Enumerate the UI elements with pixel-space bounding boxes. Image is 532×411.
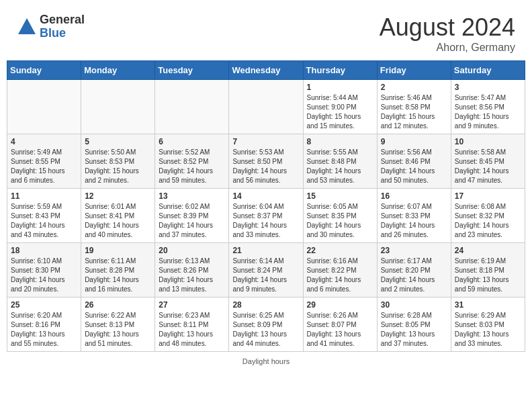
day-number: 17 <box>455 191 521 201</box>
day-info: Sunrise: 6:22 AM Sunset: 8:13 PM Dayligh… <box>85 311 151 349</box>
day-info: Sunrise: 6:29 AM Sunset: 8:03 PM Dayligh… <box>455 311 521 349</box>
calendar-day-cell: 30Sunrise: 6:28 AM Sunset: 8:05 PM Dayli… <box>377 298 451 352</box>
day-number: 15 <box>307 191 373 201</box>
calendar-week-row: 11Sunrise: 5:59 AM Sunset: 8:43 PM Dayli… <box>7 189 525 243</box>
logo-general: General <box>40 13 85 27</box>
day-info: Sunrise: 6:05 AM Sunset: 8:35 PM Dayligh… <box>307 202 373 240</box>
footer-note: Daylight hours <box>7 355 525 367</box>
day-info: Sunrise: 5:46 AM Sunset: 8:58 PM Dayligh… <box>381 93 447 131</box>
day-info: Sunrise: 5:59 AM Sunset: 8:43 PM Dayligh… <box>11 202 77 240</box>
day-number: 4 <box>11 137 77 146</box>
day-info: Sunrise: 5:56 AM Sunset: 8:46 PM Dayligh… <box>381 148 447 185</box>
day-info: Sunrise: 6:25 AM Sunset: 8:09 PM Dayligh… <box>232 311 299 349</box>
calendar-week-row: 4Sunrise: 5:49 AM Sunset: 8:55 PM Daylig… <box>7 134 525 189</box>
day-info: Sunrise: 6:11 AM Sunset: 8:28 PM Dayligh… <box>85 257 151 294</box>
day-number: 20 <box>159 246 225 255</box>
day-info: Sunrise: 6:20 AM Sunset: 8:16 PM Dayligh… <box>11 311 77 349</box>
day-info: Sunrise: 6:16 AM Sunset: 8:22 PM Dayligh… <box>307 257 373 294</box>
calendar-day-cell: 1Sunrise: 5:44 AM Sunset: 9:00 PM Daylig… <box>303 80 377 134</box>
day-number: 16 <box>381 191 447 201</box>
calendar-day-cell: 20Sunrise: 6:13 AM Sunset: 8:26 PM Dayli… <box>155 243 229 298</box>
day-info: Sunrise: 6:02 AM Sunset: 8:39 PM Dayligh… <box>159 202 225 240</box>
day-info: Sunrise: 6:23 AM Sunset: 8:11 PM Dayligh… <box>159 311 225 349</box>
calendar-day-header: Sunday <box>7 61 81 80</box>
day-info: Sunrise: 6:07 AM Sunset: 8:33 PM Dayligh… <box>381 202 447 240</box>
calendar-day-cell <box>81 80 155 134</box>
calendar-day-header: Friday <box>377 61 451 80</box>
calendar-day-cell: 25Sunrise: 6:20 AM Sunset: 8:16 PM Dayli… <box>7 298 81 352</box>
calendar-day-cell: 9Sunrise: 5:56 AM Sunset: 8:46 PM Daylig… <box>377 134 451 189</box>
day-number: 8 <box>307 137 373 146</box>
calendar-day-cell: 10Sunrise: 5:58 AM Sunset: 8:45 PM Dayli… <box>451 134 525 189</box>
calendar-day-header: Tuesday <box>155 61 229 80</box>
calendar-day-cell: 5Sunrise: 5:50 AM Sunset: 8:53 PM Daylig… <box>81 134 155 189</box>
day-number: 2 <box>381 83 447 92</box>
month-year-title: August 2024 <box>380 13 515 42</box>
calendar-header-row: SundayMondayTuesdayWednesdayThursdayFrid… <box>7 61 525 80</box>
calendar-day-cell: 21Sunrise: 6:14 AM Sunset: 8:24 PM Dayli… <box>229 243 303 298</box>
day-info: Sunrise: 5:53 AM Sunset: 8:50 PM Dayligh… <box>232 148 299 185</box>
day-number: 26 <box>85 300 151 310</box>
day-info: Sunrise: 6:10 AM Sunset: 8:30 PM Dayligh… <box>11 257 77 294</box>
day-info: Sunrise: 5:49 AM Sunset: 8:55 PM Dayligh… <box>11 148 77 185</box>
day-number: 28 <box>232 300 299 310</box>
calendar-day-cell: 6Sunrise: 5:52 AM Sunset: 8:52 PM Daylig… <box>155 134 229 189</box>
calendar-day-cell <box>7 80 81 134</box>
day-number: 12 <box>85 191 151 201</box>
day-number: 5 <box>85 137 151 146</box>
day-number: 19 <box>85 246 151 255</box>
calendar-day-cell: 22Sunrise: 6:16 AM Sunset: 8:22 PM Dayli… <box>303 243 377 298</box>
footer-note-text: Daylight hours <box>242 357 290 365</box>
day-number: 7 <box>232 137 299 146</box>
calendar-day-cell: 2Sunrise: 5:46 AM Sunset: 8:58 PM Daylig… <box>377 80 451 134</box>
day-info: Sunrise: 5:44 AM Sunset: 9:00 PM Dayligh… <box>307 93 373 131</box>
day-info: Sunrise: 6:19 AM Sunset: 8:18 PM Dayligh… <box>455 257 521 294</box>
day-info: Sunrise: 6:14 AM Sunset: 8:24 PM Dayligh… <box>232 257 299 294</box>
location-label: Ahorn, Germany <box>380 42 515 54</box>
logo-text: General Blue <box>40 13 85 40</box>
calendar-week-row: 18Sunrise: 6:10 AM Sunset: 8:30 PM Dayli… <box>7 243 525 298</box>
calendar-day-cell: 31Sunrise: 6:29 AM Sunset: 8:03 PM Dayli… <box>451 298 525 352</box>
day-number: 6 <box>159 137 225 146</box>
calendar-day-cell <box>155 80 229 134</box>
calendar-day-cell: 18Sunrise: 6:10 AM Sunset: 8:30 PM Dayli… <box>7 243 81 298</box>
day-number: 31 <box>455 300 521 310</box>
calendar-day-cell: 11Sunrise: 5:59 AM Sunset: 8:43 PM Dayli… <box>7 189 81 243</box>
day-info: Sunrise: 5:52 AM Sunset: 8:52 PM Dayligh… <box>159 148 225 185</box>
day-info: Sunrise: 6:26 AM Sunset: 8:07 PM Dayligh… <box>307 311 373 349</box>
page-header: General Blue August 2024 Ahorn, Germany <box>7 7 525 57</box>
day-info: Sunrise: 5:55 AM Sunset: 8:48 PM Dayligh… <box>307 148 373 185</box>
day-number: 24 <box>455 246 521 255</box>
calendar-day-cell: 15Sunrise: 6:05 AM Sunset: 8:35 PM Dayli… <box>303 189 377 243</box>
day-number: 27 <box>159 300 225 310</box>
day-info: Sunrise: 6:04 AM Sunset: 8:37 PM Dayligh… <box>232 202 299 240</box>
calendar-table: SundayMondayTuesdayWednesdayThursdayFrid… <box>7 60 525 352</box>
day-info: Sunrise: 6:01 AM Sunset: 8:41 PM Dayligh… <box>85 202 151 240</box>
calendar-day-cell: 16Sunrise: 6:07 AM Sunset: 8:33 PM Dayli… <box>377 189 451 243</box>
day-info: Sunrise: 6:08 AM Sunset: 8:32 PM Dayligh… <box>455 202 521 240</box>
calendar-day-cell: 24Sunrise: 6:19 AM Sunset: 8:18 PM Dayli… <box>451 243 525 298</box>
day-number: 10 <box>455 137 521 146</box>
logo: General Blue <box>17 13 85 40</box>
calendar-day-cell: 14Sunrise: 6:04 AM Sunset: 8:37 PM Dayli… <box>229 189 303 243</box>
day-info: Sunrise: 6:13 AM Sunset: 8:26 PM Dayligh… <box>159 257 225 294</box>
logo-blue: Blue <box>40 27 85 40</box>
calendar-day-cell: 19Sunrise: 6:11 AM Sunset: 8:28 PM Dayli… <box>81 243 155 298</box>
calendar-day-header: Saturday <box>451 61 525 80</box>
calendar-day-cell: 13Sunrise: 6:02 AM Sunset: 8:39 PM Dayli… <box>155 189 229 243</box>
day-info: Sunrise: 5:50 AM Sunset: 8:53 PM Dayligh… <box>85 148 151 185</box>
calendar-day-header: Thursday <box>303 61 377 80</box>
day-number: 14 <box>232 191 299 201</box>
day-number: 29 <box>307 300 373 310</box>
day-info: Sunrise: 5:47 AM Sunset: 8:56 PM Dayligh… <box>455 93 521 131</box>
calendar-day-cell: 23Sunrise: 6:17 AM Sunset: 8:20 PM Dayli… <box>377 243 451 298</box>
day-info: Sunrise: 5:58 AM Sunset: 8:45 PM Dayligh… <box>455 148 521 185</box>
calendar-day-cell: 12Sunrise: 6:01 AM Sunset: 8:41 PM Dayli… <box>81 189 155 243</box>
calendar-day-cell: 27Sunrise: 6:23 AM Sunset: 8:11 PM Dayli… <box>155 298 229 352</box>
calendar-day-header: Monday <box>81 61 155 80</box>
day-number: 22 <box>307 246 373 255</box>
calendar-day-cell: 3Sunrise: 5:47 AM Sunset: 8:56 PM Daylig… <box>451 80 525 134</box>
day-number: 3 <box>455 83 521 92</box>
day-number: 21 <box>232 246 299 255</box>
calendar-day-cell: 17Sunrise: 6:08 AM Sunset: 8:32 PM Dayli… <box>451 189 525 243</box>
